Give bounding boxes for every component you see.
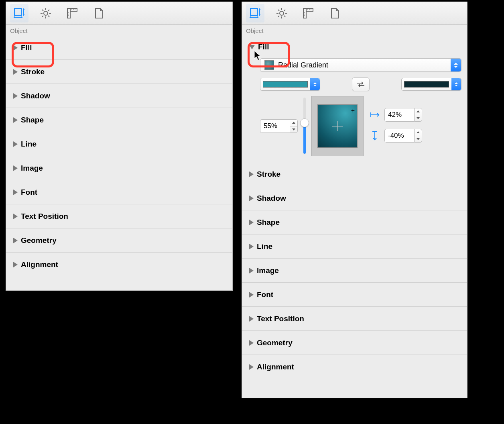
ruler-icon[interactable] [63,4,81,22]
alignment-row[interactable]: Alignment [242,355,467,379]
line-row[interactable]: Line [242,234,467,259]
slider-thumb[interactable] [300,118,309,127]
disclosure-triangle-icon [249,220,254,225]
document-icon[interactable] [89,4,108,22]
disclosure-triangle-icon [249,340,254,346]
fill-type-label: Radial Gradient [278,61,328,69]
fill-type-dropdown[interactable]: Radial Gradient [260,58,461,72]
stroke-row[interactable]: Stroke [242,162,467,186]
svg-line-9 [42,16,43,17]
swap-colors-button[interactable] [352,77,370,91]
opacity-input[interactable] [260,119,290,133]
object-inspector-tab[interactable] [246,4,264,22]
font-row[interactable]: Font [242,283,467,307]
dropdown-arrows-icon [451,59,461,71]
gradient-color-end[interactable] [401,78,461,91]
fill-label: Fill [21,43,32,52]
ruler-icon[interactable] [299,4,317,22]
shadow-row[interactable]: Shadow [242,186,467,210]
disclosure-triangle-icon [13,45,18,51]
x-position-icon [369,109,380,120]
opacity-slider[interactable] [303,98,306,154]
swap-icon [356,81,365,88]
shadow-row[interactable]: Shadow [6,84,232,108]
center-handle-icon[interactable] [332,121,343,131]
disclosure-triangle-icon [13,262,18,267]
stepper-spin[interactable] [290,119,298,133]
disclosure-triangle-icon [13,190,18,195]
gradient-preview[interactable]: + [311,96,364,156]
svg-line-27 [278,16,279,17]
color-bar-icon [263,81,308,88]
shape-row[interactable]: Shape [6,108,232,132]
disclosure-triangle-icon [249,171,254,177]
svg-line-25 [284,16,285,17]
svg-rect-18 [250,8,258,16]
stroke-row[interactable]: Stroke [6,60,232,84]
fill-row[interactable]: Fill [6,36,232,60]
inspector-toolbar [242,2,467,25]
svg-rect-0 [14,8,22,16]
gear-icon[interactable] [37,4,55,22]
disclosure-triangle-icon [13,141,18,147]
geometry-row[interactable]: Geometry [242,331,467,355]
disclosure-triangle-icon [249,364,254,370]
disclosure-triangle-open-icon [249,45,255,49]
shape-row[interactable]: Shape [242,210,467,234]
disclosure-triangle-icon [13,117,18,123]
text-position-row[interactable]: Text Position [6,204,232,228]
svg-line-7 [48,16,49,17]
fill-row-expanded[interactable]: Fill [242,36,467,58]
font-row[interactable]: Font [6,180,232,204]
dropdown-arrows-icon [451,78,461,90]
image-row[interactable]: Image [242,259,467,283]
gradient-color-start[interactable] [260,78,320,91]
disclosure-triangle-icon [13,69,18,75]
text-position-row[interactable]: Text Position [242,307,467,331]
x-position-stepper[interactable] [384,108,422,122]
opacity-stepper[interactable] [260,119,298,133]
svg-rect-28 [303,8,306,18]
color-bar-icon [404,81,449,88]
gear-icon[interactable] [272,4,291,22]
x-position-input[interactable] [384,108,414,122]
fill-controls: Radial Gradient [242,58,467,162]
disclosure-triangle-icon [249,316,254,322]
svg-rect-10 [67,8,70,18]
svg-line-26 [284,10,285,11]
section-header-object: Object [242,25,467,36]
fill-label: Fill [258,43,269,51]
svg-point-19 [280,11,284,15]
image-row[interactable]: Image [6,156,232,180]
y-position-input[interactable] [384,129,414,143]
svg-line-6 [42,10,43,11]
mouse-cursor-icon [254,51,261,61]
section-header-object: Object [6,25,232,36]
svg-point-1 [44,11,48,15]
svg-line-8 [48,10,49,11]
geometry-row[interactable]: Geometry [6,228,232,253]
y-position-icon [369,130,380,141]
document-icon[interactable] [325,4,344,22]
inspector-panel-collapsed: Object Fill Stroke Shadow Shape Line Ima… [6,2,233,291]
handle-icon[interactable]: + [351,107,355,114]
disclosure-triangle-icon [249,268,254,273]
svg-line-24 [278,10,279,11]
y-position-stepper[interactable] [384,129,422,143]
dropdown-arrows-icon [310,78,320,90]
disclosure-triangle-icon [13,165,18,171]
disclosure-triangle-icon [13,238,18,243]
stepper-spin[interactable] [414,108,422,122]
disclosure-triangle-icon [249,196,254,201]
inspector-toolbar [6,2,232,25]
alignment-row[interactable]: Alignment [6,253,232,277]
stepper-spin[interactable] [414,129,422,143]
gradient-swatch-icon [264,60,274,70]
disclosure-triangle-icon [13,214,18,219]
disclosure-triangle-icon [249,244,254,249]
object-inspector-tab[interactable] [10,4,28,22]
inspector-panel-expanded: Object Fill Radial Gradient [242,2,467,398]
disclosure-triangle-icon [13,93,18,99]
line-row[interactable]: Line [6,132,232,156]
disclosure-triangle-icon [249,292,254,298]
